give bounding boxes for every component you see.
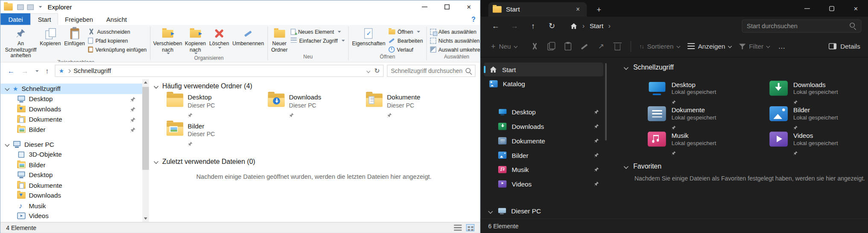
share-button[interactable]: ↗ <box>593 38 609 55</box>
section-header-frequent[interactable]: Häufig verwendete Ordner (4) <box>155 82 252 90</box>
folder-tile[interactable]: Dokumente Dieser PC <box>366 93 465 120</box>
titlebar[interactable]: Explorer × <box>0 0 480 13</box>
sidebar-item-dieser-pc[interactable]: Dieser PC <box>0 139 142 149</box>
pinned-icon[interactable] <box>594 124 599 129</box>
address-dropdown-icon[interactable] <box>366 69 370 73</box>
folder-tile[interactable]: Desktop Dieser PC <box>167 93 266 120</box>
tab-datei[interactable]: Datei <box>0 13 31 25</box>
qat-icon[interactable] <box>17 4 24 10</box>
section-header-quick-access[interactable]: Schnellzugriff <box>625 64 674 71</box>
up-button[interactable]: ↑ <box>524 18 543 34</box>
refresh-button[interactable]: ↻ <box>543 18 561 34</box>
search-input[interactable] <box>391 67 465 74</box>
pin-to-quick-access-button[interactable]: An Schnellzugriff anheften <box>3 26 38 59</box>
minimize-button[interactable] <box>414 0 436 13</box>
forward-button[interactable]: → <box>505 18 523 34</box>
sidebar-item[interactable]: Desktop <box>0 170 142 180</box>
pinned-icon[interactable] <box>594 109 599 114</box>
maximize-button[interactable] <box>819 0 844 17</box>
tab-freigeben[interactable]: Freigeben <box>58 13 99 25</box>
chevron-right-icon[interactable] <box>67 69 71 73</box>
sidebar-item[interactable]: Downloads <box>0 104 142 114</box>
section-header-recent[interactable]: Zuletzt verwendete Dateien (0) <box>155 158 255 166</box>
delete-button[interactable]: Löschen <box>208 26 231 55</box>
new-button[interactable]: + Neu <box>487 38 521 55</box>
forward-button[interactable]: → <box>19 65 31 77</box>
paste-shortcut-button[interactable]: Verknüpfung einfügen <box>87 45 149 54</box>
tab-start[interactable]: Start <box>31 13 58 25</box>
cut-button[interactable] <box>526 38 543 55</box>
sidebar-item[interactable]: 3D-Objekte <box>0 149 142 160</box>
sidebar-item[interactable]: Desktop <box>0 94 142 104</box>
details-view-button[interactable] <box>454 224 462 230</box>
sidebar-item[interactable]: Dokumente <box>484 134 603 148</box>
copy-path-button[interactable]: Pfad kopieren <box>87 36 149 45</box>
details-pane-button[interactable]: Details <box>829 42 860 50</box>
new-item-button[interactable]: Neues Element <box>289 27 346 36</box>
sidebar-scrollbar[interactable] <box>605 63 607 141</box>
new-tab-button[interactable]: + <box>592 3 605 16</box>
quick-access-item[interactable]: Bilder Lokal gespeichert <box>769 106 868 132</box>
copy-to-button[interactable]: Kopieren nach <box>183 26 208 55</box>
sidebar-item[interactable]: Musik <box>0 201 142 211</box>
address-path[interactable]: Schnellzugriff <box>73 67 111 74</box>
sidebar-item[interactable]: Downloads <box>0 190 142 201</box>
quick-access-item[interactable]: Dokumente Lokal gespeichert <box>648 106 764 132</box>
pinned-icon[interactable] <box>594 138 599 143</box>
back-button[interactable]: ← <box>5 65 18 77</box>
rename-button[interactable]: Umbenennen <box>231 26 266 55</box>
delete-button[interactable] <box>609 38 626 55</box>
sidebar-item-schnellzugriff[interactable]: ★ Schnellzugriff <box>0 84 142 94</box>
scrollbar-thumb[interactable] <box>142 87 149 170</box>
search-box[interactable] <box>742 19 861 32</box>
search-input[interactable] <box>747 23 846 29</box>
maximize-button[interactable] <box>435 0 458 13</box>
paste-button[interactable]: Einfügen <box>62 26 86 59</box>
sidebar-item[interactable]: Videos <box>0 211 142 221</box>
expand-chevron-icon[interactable] <box>5 86 9 91</box>
select-none-button[interactable]: Nichts auswählen <box>428 36 480 45</box>
sidebar-item[interactable]: Desktop <box>484 105 603 119</box>
tab-close-button[interactable]: × <box>573 6 582 13</box>
scroll-up-icon[interactable] <box>144 82 147 84</box>
view-button[interactable]: Anzeigen <box>684 38 735 55</box>
breadcrumb-separator-icon[interactable]: › <box>608 22 611 30</box>
quick-access-item[interactable]: Musik Lokal gespeichert <box>648 132 764 158</box>
collapse-chevron-icon[interactable] <box>624 65 628 70</box>
folder-tile[interactable]: Bilder Dieser PC <box>167 122 266 149</box>
pinned-icon[interactable] <box>594 167 599 172</box>
edit-button[interactable]: Bearbeiten <box>387 36 424 45</box>
close-button[interactable]: × <box>844 0 868 17</box>
sidebar-item-katalog[interactable]: Katalog <box>484 77 603 90</box>
more-options-button[interactable]: … <box>774 38 790 55</box>
sidebar-item[interactable]: Bilder <box>484 148 603 162</box>
section-header-favorites[interactable]: Favoriten <box>625 163 662 170</box>
breadcrumb-item-start[interactable]: Start <box>590 22 603 30</box>
copy-button[interactable] <box>543 38 560 55</box>
scroll-down-icon[interactable] <box>144 218 147 220</box>
up-button[interactable]: ↑ <box>41 65 53 77</box>
sidebar-item[interactable]: Dokumente <box>0 114 142 125</box>
sidebar-item[interactable]: Videos <box>484 177 603 191</box>
collapse-chevron-icon[interactable] <box>154 84 158 89</box>
close-button[interactable]: × <box>458 0 480 13</box>
home-icon[interactable] <box>570 23 577 30</box>
qat-dropdown-icon[interactable] <box>39 6 42 8</box>
collapse-chevron-icon[interactable] <box>154 159 158 164</box>
address-field[interactable]: ★ Schnellzugriff ↻ <box>55 65 383 77</box>
sidebar-item[interactable]: Dokumente <box>0 180 142 190</box>
paste-button[interactable] <box>560 38 576 55</box>
sidebar-item[interactable]: Bilder <box>0 160 142 170</box>
pinned-icon[interactable] <box>130 117 136 122</box>
open-button[interactable]: Öffnen <box>387 27 424 36</box>
search-box[interactable] <box>387 65 475 77</box>
pinned-icon[interactable] <box>130 107 136 112</box>
qat-icon[interactable] <box>27 4 34 10</box>
pinned-icon[interactable] <box>594 181 599 186</box>
cut-button[interactable]: Ausschneiden <box>87 27 149 36</box>
titlebar[interactable]: Start × + × <box>480 0 868 17</box>
easy-access-button[interactable]: Einfacher Zugriff <box>289 36 346 45</box>
sidebar-scrollbar[interactable] <box>142 79 149 222</box>
tab-ansicht[interactable]: Ansicht <box>100 13 134 25</box>
filter-button[interactable]: Filter <box>735 38 774 55</box>
